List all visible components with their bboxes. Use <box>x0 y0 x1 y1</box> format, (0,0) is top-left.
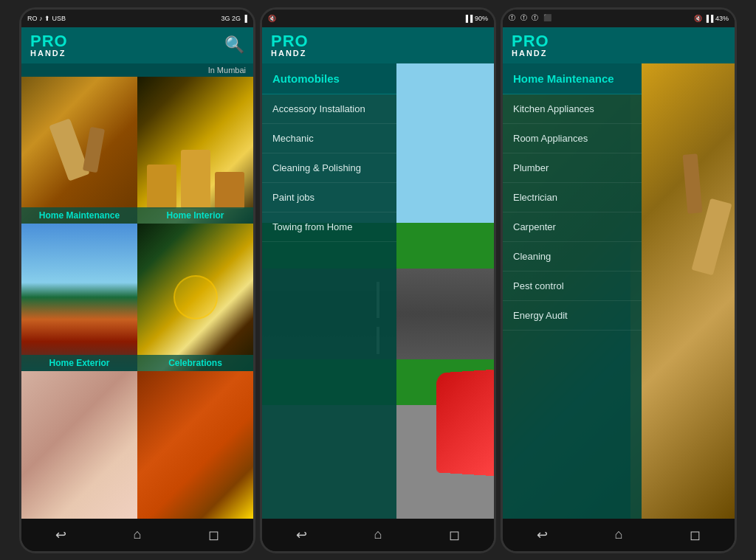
dropdown-item-carpenter[interactable]: Carpenter <box>503 212 642 242</box>
grid-cell-celebrations[interactable]: Celebrations <box>137 224 253 371</box>
logo-pro-2: PRO <box>271 33 309 49</box>
recents-button-2[interactable]: ◻ <box>449 527 460 543</box>
home-button-2[interactable]: ⌂ <box>374 527 382 542</box>
location-text-1: In Mumbai <box>208 66 246 75</box>
dropdown-item-paint-jobs[interactable]: Paint jobs <box>262 183 396 212</box>
dropdown-item-cleaning[interactable]: Cleaning <box>503 242 642 272</box>
status-right-3: 🔇 ▐▐ 43% <box>694 15 729 22</box>
dropdown-item-electrician[interactable]: Electrician <box>503 183 642 212</box>
status-bar-3: ⓕ ⓕ ⓕ ⬛ 🔇 ▐▐ 43% <box>503 10 735 27</box>
status-left-1: RO ♪ ⬆ USB <box>27 15 66 22</box>
dropdown-item-pest-control[interactable]: Pest control <box>503 272 642 301</box>
dropdown-item-mechanic[interactable]: Mechanic <box>262 124 396 153</box>
search-button-1[interactable]: 🔍 <box>224 35 244 55</box>
phones-container: RO ♪ ⬆ USB 3G 2G ▐ PRO HANDZ 🔍 In Mumbai <box>0 0 756 560</box>
grid-label-home-maintenance: Home Maintenance <box>21 207 137 224</box>
status-left-3: ⓕ ⓕ ⓕ ⬛ <box>509 13 553 23</box>
logo-handz-3: HANDZ <box>512 49 549 58</box>
dropdown-item-towing[interactable]: Towing from Home <box>262 212 396 242</box>
logo-2: PRO HANDZ <box>271 33 309 58</box>
grid-label-home-exterior: Home Exterior <box>21 355 137 371</box>
fb-icons-3: ⓕ ⓕ ⓕ ⬛ <box>509 13 553 23</box>
app-header-3: PRO HANDZ <box>503 27 735 63</box>
location-bar-1: In Mumbai <box>21 63 253 77</box>
logo-pro-1: PRO <box>30 33 68 49</box>
status-bar-2: 🔇 ▐▐ 90% <box>262 10 494 27</box>
bottom-nav-1: ↩ ⌂ ◻ <box>21 519 253 551</box>
status-text-1: RO ♪ ⬆ USB <box>27 15 66 22</box>
signal-icon-2: ▐▐ 90% <box>464 15 488 22</box>
home-button-3[interactable]: ⌂ <box>615 527 623 542</box>
dropdown-item-accessory[interactable]: Accessory Installation <box>262 94 396 124</box>
grid-cell-hand2[interactable] <box>137 371 253 519</box>
dropdown-menu-3: Home Maintenance Kitchen Appliances Room… <box>503 63 642 519</box>
phone-1: RO ♪ ⬆ USB 3G 2G ▐ PRO HANDZ 🔍 In Mumbai <box>19 7 255 553</box>
signal-icon-3: 🔇 ▐▐ 43% <box>694 15 729 22</box>
status-left-2: 🔇 <box>268 15 276 22</box>
bottom-nav-2: ↩ ⌂ ◻ <box>262 519 494 551</box>
dropdown-item-plumber[interactable]: Plumber <box>503 153 642 183</box>
logo-pro-3: PRO <box>512 33 549 49</box>
status-bar-1: RO ♪ ⬆ USB 3G 2G ▐ <box>21 10 253 27</box>
dropdown-content-3: Home Maintenance Kitchen Appliances Room… <box>503 63 735 519</box>
dropdown-item-kitchen[interactable]: Kitchen Appliances <box>503 94 642 124</box>
dropdown-menu-2: Automobiles Accessory Installation Mecha… <box>262 63 396 519</box>
dropdown-item-room-appliances[interactable]: Room Appliances <box>503 124 642 153</box>
back-button-1[interactable]: ↩ <box>55 527 66 543</box>
recents-button-3[interactable]: ◻ <box>690 527 701 543</box>
dropdown-item-cleaning-polishing[interactable]: Cleaning & Polishing <box>262 153 396 183</box>
dropdown-category-3: Home Maintenance <box>503 63 642 94</box>
app-header-1: PRO HANDZ 🔍 <box>21 27 253 63</box>
logo-3: PRO HANDZ <box>512 33 549 58</box>
grid-content-1: Home Maintenance Home Interior Home Exte… <box>21 77 253 519</box>
bottom-nav-3: ↩ ⌂ ◻ <box>503 519 735 551</box>
recents-button-1[interactable]: ◻ <box>208 527 219 543</box>
status-right-1: 3G 2G ▐ <box>221 15 247 22</box>
grid-label-celebrations: Celebrations <box>137 355 253 371</box>
grid-cell-hand1[interactable] <box>21 371 137 519</box>
phone-3: ⓕ ⓕ ⓕ ⬛ 🔇 ▐▐ 43% PRO HANDZ Home Mainte <box>501 7 737 553</box>
logo-1: PRO HANDZ <box>30 33 68 58</box>
search-icon-1: 🔍 <box>224 35 244 54</box>
mute-icon-2: 🔇 <box>268 15 276 22</box>
back-button-3[interactable]: ↩ <box>537 527 548 543</box>
logo-handz-1: HANDZ <box>30 49 68 58</box>
phone-2: 🔇 ▐▐ 90% PRO HANDZ Automobile <box>260 7 496 553</box>
status-right-2: ▐▐ 90% <box>464 15 488 22</box>
signal-icon-1: 3G 2G ▐ <box>221 15 247 22</box>
app-header-2: PRO HANDZ <box>262 27 494 63</box>
back-button-2[interactable]: ↩ <box>296 527 307 543</box>
grid-cell-tools[interactable]: Home Maintenance <box>21 77 137 224</box>
grid-cell-interior[interactable]: Home Interior <box>137 77 253 224</box>
dropdown-category-2: Automobiles <box>262 63 396 94</box>
logo-handz-2: HANDZ <box>271 49 309 58</box>
grid-label-home-interior: Home Interior <box>137 207 253 224</box>
home-button-1[interactable]: ⌂ <box>134 527 142 542</box>
dropdown-content-2: Automobiles Accessory Installation Mecha… <box>262 63 494 519</box>
grid-cell-exterior[interactable]: Home Exterior <box>21 224 137 371</box>
dropdown-item-energy-audit[interactable]: Energy Audit <box>503 301 642 331</box>
